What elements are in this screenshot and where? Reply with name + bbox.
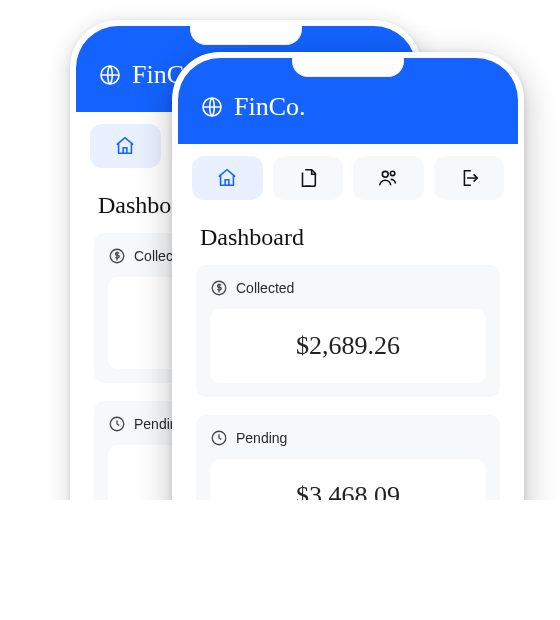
dollar-icon: [210, 279, 228, 297]
page-title: Dashboard: [200, 224, 496, 251]
home-icon: [216, 167, 238, 189]
card-collected-label: Collected: [236, 280, 294, 296]
card-collected-amount: $2,689.26: [210, 309, 486, 383]
svg-point-6: [383, 171, 389, 177]
nav-users[interactable]: [353, 156, 424, 200]
nav-bar: [178, 144, 518, 212]
nav-home[interactable]: [90, 124, 161, 168]
brand-name: FinCo.: [234, 92, 306, 122]
notch: [190, 26, 302, 45]
logout-icon: [458, 167, 480, 189]
card-pending-label: Pending: [236, 430, 287, 446]
clock-icon: [210, 429, 228, 447]
dollar-icon: [108, 247, 126, 265]
nav-home[interactable]: [192, 156, 263, 200]
home-icon: [114, 135, 136, 157]
clock-icon: [108, 415, 126, 433]
document-icon: [297, 167, 319, 189]
nav-logout[interactable]: [434, 156, 505, 200]
svg-point-7: [391, 171, 395, 175]
notch: [292, 58, 404, 77]
globe-icon: [200, 95, 224, 119]
nav-documents[interactable]: [273, 156, 344, 200]
globe-icon: [98, 63, 122, 87]
card-collected: Collected $2,689.26: [196, 265, 500, 397]
bottom-fade: [0, 500, 560, 620]
users-icon: [377, 167, 399, 189]
